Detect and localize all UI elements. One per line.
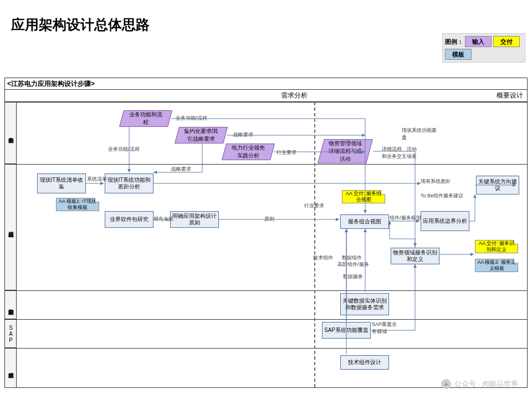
box-tech-design: 技术组件设计 [340, 355, 389, 370]
phase-design: 概要设计 [312, 90, 528, 101]
phase-header: 需求分析 概要设计 [4, 90, 528, 102]
lane-sap: SAP组 [4, 319, 17, 348]
lane-divider [5, 319, 527, 320]
box-gap-analysis: 现状IT系统功能和差距分析 [105, 173, 154, 193]
lane-divider [5, 290, 527, 291]
label-detail-flow: 详细流程、活动和业务交互场景 [382, 146, 421, 160]
phase-divider [314, 102, 315, 387]
label-industry1: 行业要求 [277, 149, 296, 156]
watermark: ✦ 公众号 · 肉眼品世界 [441, 379, 518, 389]
box-key-system: 关键系统方向建议 [476, 176, 519, 195]
phase-requirements: 需求分析 [4, 90, 312, 101]
lane-tech: 技术架构组 [4, 348, 17, 388]
input-biz-process: 业务功能和流程 [119, 110, 172, 127]
legend-input: 输入 [465, 36, 492, 47]
label-comp-model: 组件/服务模型 [390, 214, 421, 222]
note-template1: AA 模板1: IT现状收集模板 [56, 198, 99, 211]
page-title: 应用架构设计总体思路 [11, 16, 150, 34]
label-strategy1: 战略要求 [233, 131, 253, 139]
legend: 图例： 输入 交付 模板 [442, 33, 525, 63]
legend-label: 图例： [445, 38, 463, 46]
label-sap-cover: SAP覆盖业务领域 [372, 321, 400, 335]
lane-divider [5, 102, 527, 103]
lane-divider [5, 348, 527, 349]
lane-data: 数据架构组 [4, 290, 17, 319]
label-principle: 原则 [264, 216, 274, 223]
box-service-view: 服务组合视图 [340, 214, 389, 229]
arrows [5, 78, 527, 387]
label-coverage: 现状系统功能覆盖 [402, 127, 441, 141]
box-principles: 明确应用架构设计原则 [170, 211, 219, 228]
box-data-entity: 关键数据实体识别和数据服务需求 [340, 293, 389, 315]
wechat-icon: ✦ [441, 379, 451, 389]
box-inventory: 现状IT系统清单收集 [37, 173, 86, 193]
note-template2: AA 模板2: 服务定义模板 [475, 259, 518, 272]
box-service-id: 物资领域服务识别和定义 [391, 248, 439, 264]
label-biz-flow2: 业务功能/流程 [108, 146, 140, 153]
note-deliver2: AA 交付: 服务识别和定义 [475, 240, 518, 253]
lane-divider [5, 164, 527, 165]
box-software: 业界软件包研究 [105, 211, 154, 228]
label-gap: 现有系统差距 [421, 178, 451, 185]
label-biz-flow1: 业务功能/流程 [176, 115, 207, 122]
box-sap: SAP系统功能覆盖 [322, 322, 371, 339]
label-industry2: 行业要求 [304, 202, 324, 209]
label-strategy2: 战略要求 [171, 166, 191, 173]
box-boundary: 应用系统边界分析 [421, 211, 469, 231]
legend-template: 模板 [445, 49, 472, 60]
note-deliver1: AA 交付: 服务组合视图 [342, 190, 385, 203]
label-system-list: 系统清单 [87, 176, 107, 183]
diagram-frame: <江苏电力应用架构设计步骤> 需求分析 概要设计 业务架构组 应用架构组 数据架… [4, 78, 528, 388]
label-high-comp: 高阶组件/服务 [337, 261, 369, 268]
label-practice: 领先实践 [154, 216, 173, 223]
legend-deliver: 交付 [493, 36, 520, 47]
label-tobe: To Be组件服务建议 [421, 192, 465, 200]
label-data-service: 数据服务 [343, 273, 363, 280]
input-strategy: 集约化要求/其它战略要求 [175, 127, 228, 144]
input-material: 物资管理领域详细流程与或活动 [318, 139, 373, 163]
label-tech-comp: 技术组件 [313, 254, 333, 262]
frame-header: <江苏电力应用架构设计步骤> [4, 78, 528, 90]
lane-biz: 业务架构组 [4, 102, 17, 164]
lane-app: 应用架构组 [4, 164, 17, 290]
input-industry: 电力行业领先实践分析 [222, 144, 275, 160]
